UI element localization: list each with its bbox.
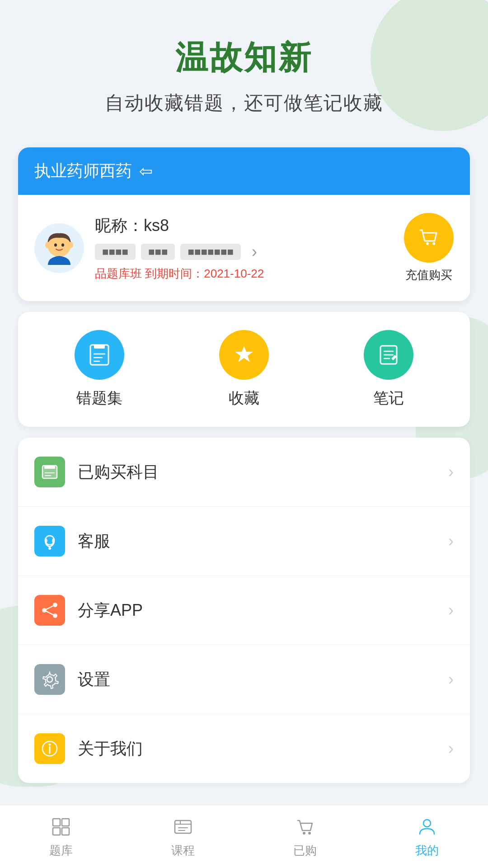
svg-point-34 xyxy=(49,744,51,746)
svg-point-44 xyxy=(303,832,305,835)
wrong-questions-icon xyxy=(75,330,124,380)
svg-line-30 xyxy=(44,610,55,616)
svg-rect-39 xyxy=(175,821,191,833)
mine-icon xyxy=(415,815,439,839)
feature-favorites[interactable]: 收藏 xyxy=(219,330,269,409)
expiry-date: 2021-10-22 xyxy=(204,267,264,280)
profile-info: 昵称：ks8 ■■■■ ■■■ ■■■■■■■ › 品题库班 到期时间：2021… xyxy=(95,215,393,282)
share-arrow-icon: › xyxy=(448,601,454,620)
profile-expiry: 品题库班 到期时间：2021-10-22 xyxy=(95,266,393,282)
about-label: 关于我们 xyxy=(78,738,448,760)
svg-point-24 xyxy=(45,538,47,543)
svg-point-31 xyxy=(47,677,52,682)
svg-line-29 xyxy=(44,605,55,610)
feature-wrong-questions[interactable]: 错题集 xyxy=(75,330,124,409)
menu-service[interactable]: 客服 › xyxy=(18,507,470,576)
profile-tags: ■■■■ ■■■ ■■■■■■■ › xyxy=(95,242,393,261)
svg-rect-35 xyxy=(53,819,60,826)
features-section: 错题集 收藏 笔记 xyxy=(18,312,470,427)
nav-course[interactable]: 课程 xyxy=(122,805,244,868)
svg-point-1 xyxy=(54,243,57,246)
notes-icon xyxy=(364,330,413,380)
svg-point-2 xyxy=(61,243,64,246)
tag-1: ■■■■ xyxy=(95,244,136,260)
svg-point-4 xyxy=(69,242,73,248)
svg-point-25 xyxy=(52,538,55,543)
svg-point-45 xyxy=(308,832,311,835)
card-header: 执业药师西药 ⇦ xyxy=(18,147,470,195)
purchased-label: 已购买科目 xyxy=(78,461,448,483)
svg-rect-18 xyxy=(44,466,55,469)
nav-question-bank-label: 题库 xyxy=(49,843,73,859)
nav-purchased[interactable]: 已购 xyxy=(244,805,366,868)
hero-subtitle: 自动收藏错题，还可做笔记收藏 xyxy=(18,90,470,116)
purchased-arrow-icon: › xyxy=(448,462,454,481)
tag-3: ■■■■■■■ xyxy=(180,244,240,260)
nav-purchased-icon xyxy=(293,815,317,839)
svg-point-22 xyxy=(48,547,51,550)
svg-point-46 xyxy=(423,820,431,827)
nickname-value: ks8 xyxy=(144,216,169,235)
bottom-nav: 题库 课程 已购 xyxy=(0,805,488,868)
nav-course-label: 课程 xyxy=(171,843,195,859)
expiry-label: 品题库班 到期时间： xyxy=(95,267,204,280)
nickname-label: 昵称： xyxy=(95,216,144,235)
feature-notes[interactable]: 笔记 xyxy=(364,330,413,409)
menu-settings[interactable]: 设置 › xyxy=(18,645,470,714)
profile-right: 充值购买 xyxy=(404,213,454,283)
course-icon xyxy=(171,815,195,839)
service-icon xyxy=(34,526,65,557)
svg-point-6 xyxy=(432,242,435,245)
nav-mine-label: 我的 xyxy=(415,843,439,859)
settings-icon xyxy=(34,664,65,695)
svg-point-5 xyxy=(426,242,429,245)
profile-arrow-icon[interactable]: › xyxy=(252,242,257,261)
profile-section: 昵称：ks8 ■■■■ ■■■ ■■■■■■■ › 品题库班 到期时间：2021… xyxy=(18,195,470,301)
nav-question-bank[interactable]: 题库 xyxy=(0,805,122,868)
avatar xyxy=(34,223,84,273)
share-icon xyxy=(34,595,65,626)
share-label: 分享APP xyxy=(78,599,448,622)
menu-about[interactable]: 关于我们 › xyxy=(18,714,470,783)
feature-wrong-label: 错题集 xyxy=(76,388,122,409)
menu-section: 已购买科目 › 客服 › xyxy=(18,438,470,783)
hero-section: 温故知新 自动收藏错题，还可做笔记收藏 xyxy=(0,0,488,138)
svg-rect-8 xyxy=(94,345,105,349)
svg-point-3 xyxy=(45,242,50,248)
favorites-icon xyxy=(219,330,269,380)
about-arrow-icon: › xyxy=(448,739,454,758)
card-header-arrow: ⇦ xyxy=(139,162,153,181)
settings-label: 设置 xyxy=(78,669,448,691)
svg-rect-36 xyxy=(62,819,69,826)
feature-collect-label: 收藏 xyxy=(229,388,259,409)
svg-rect-37 xyxy=(53,828,60,835)
hero-title: 温故知新 xyxy=(18,36,470,80)
service-arrow-icon: › xyxy=(448,532,454,551)
settings-arrow-icon: › xyxy=(448,670,454,689)
nav-purchased-label: 已购 xyxy=(293,843,317,859)
svg-rect-38 xyxy=(62,828,69,835)
question-bank-icon xyxy=(49,815,73,839)
menu-share[interactable]: 分享APP › xyxy=(18,576,470,645)
nav-mine[interactable]: 我的 xyxy=(366,805,488,868)
menu-purchased[interactable]: 已购买科目 › xyxy=(18,438,470,507)
purchased-icon xyxy=(34,457,65,487)
feature-notes-label: 笔记 xyxy=(373,388,404,409)
card-header-title: 执业药师西药 xyxy=(34,160,132,182)
about-icon xyxy=(34,733,65,764)
main-card: 执业药师西药 ⇦ xyxy=(18,147,470,301)
buy-button[interactable] xyxy=(404,213,454,263)
service-label: 客服 xyxy=(78,530,448,552)
profile-name: 昵称：ks8 xyxy=(95,215,393,237)
buy-label: 充值购买 xyxy=(405,267,452,283)
tag-2: ■■■ xyxy=(141,244,175,260)
